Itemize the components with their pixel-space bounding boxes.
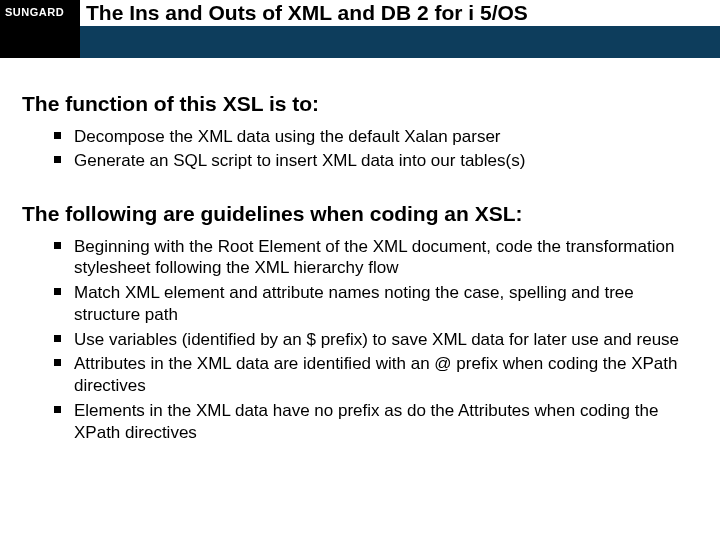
slide-header: SUNGARD The Ins and Outs of XML and DB 2…: [0, 0, 720, 58]
slide-title: The Ins and Outs of XML and DB 2 for i 5…: [86, 1, 528, 25]
section1-heading: The function of this XSL is to:: [22, 92, 698, 116]
list-item: Generate an SQL script to insert XML dat…: [54, 150, 698, 172]
title-top: The Ins and Outs of XML and DB 2 for i 5…: [80, 0, 720, 26]
title-block: The Ins and Outs of XML and DB 2 for i 5…: [80, 0, 720, 58]
list-item: Beginning with the Root Element of the X…: [54, 236, 698, 280]
title-band: [80, 26, 720, 58]
section2-list: Beginning with the Root Element of the X…: [22, 236, 698, 444]
list-item: Attributes in the XML data are identifie…: [54, 353, 698, 397]
brand-logo-text: SUNGARD: [5, 6, 64, 18]
list-item: Elements in the XML data have no prefix …: [54, 400, 698, 444]
list-item: Match XML element and attribute names no…: [54, 282, 698, 326]
list-item: Decompose the XML data using the default…: [54, 126, 698, 148]
section1-list: Decompose the XML data using the default…: [22, 126, 698, 172]
list-item: Use variables (identified by an $ prefix…: [54, 329, 698, 351]
slide-content: The function of this XSL is to: Decompos…: [0, 58, 720, 443]
section2-heading: The following are guidelines when coding…: [22, 202, 698, 226]
brand-logo: SUNGARD: [0, 0, 80, 58]
